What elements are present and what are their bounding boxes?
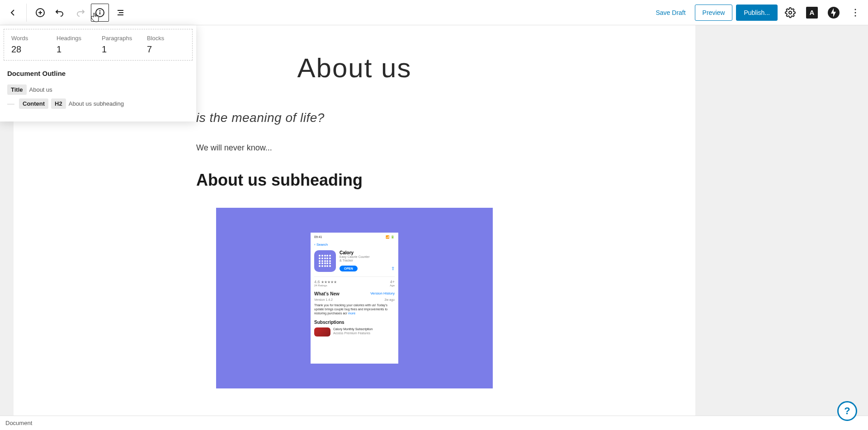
svg-point-5 bbox=[100, 10, 100, 11]
add-block-button[interactable] bbox=[31, 4, 49, 22]
post-content: is the meaning of life? We will never kn… bbox=[187, 111, 522, 388]
gear-icon bbox=[785, 7, 796, 18]
stat-blocks: Blocks 7 bbox=[143, 35, 189, 55]
toolbar-right-group: Save Draft Preview Publish... A bbox=[650, 4, 864, 22]
h2-badge: H2 bbox=[51, 98, 66, 109]
block-navigation-button[interactable] bbox=[111, 4, 129, 22]
editor-toolbar: Save Draft Preview Publish... A bbox=[0, 0, 868, 25]
plus-circle-icon bbox=[35, 7, 46, 18]
app-header: Calory Easy Calorie Counter & Tracker OP… bbox=[314, 250, 395, 272]
version-row: Version 1.4.2 2w ago bbox=[314, 298, 395, 301]
headings-value: 1 bbox=[57, 44, 94, 55]
rating-value: 4.6 bbox=[314, 280, 320, 284]
stat-paragraphs: Paragraphs 1 bbox=[98, 35, 143, 55]
publish-button[interactable]: Publish... bbox=[736, 5, 778, 21]
subscription-desc: Access Premium Features bbox=[333, 332, 373, 335]
settings-button[interactable] bbox=[781, 4, 799, 22]
words-label: Words bbox=[11, 35, 49, 42]
app-info: Calory Easy Calorie Counter & Tracker OP… bbox=[340, 250, 395, 272]
outline-tree-line: — bbox=[7, 100, 14, 108]
text-settings-button[interactable]: A bbox=[803, 4, 821, 22]
redo-button[interactable] bbox=[71, 4, 89, 22]
app-desc-line2: & Tracker bbox=[340, 259, 395, 262]
rating-row: 4.6 ★★★★★ 24 Ratings 4+ Age bbox=[314, 276, 395, 287]
undo-icon bbox=[55, 7, 66, 18]
back-button[interactable] bbox=[4, 4, 22, 22]
subscription-name: Calory Monthly Subscription bbox=[333, 327, 373, 331]
stat-headings: Headings 1 bbox=[53, 35, 98, 55]
document-outline: Document Outline Title About us — Conten… bbox=[0, 64, 196, 122]
undo-button[interactable] bbox=[51, 4, 69, 22]
dots-vertical-icon bbox=[850, 7, 861, 18]
phone-status-bar: 09:41 📶 🔋 bbox=[314, 235, 395, 239]
content-info-button[interactable] bbox=[91, 4, 109, 22]
jetpack-icon bbox=[828, 7, 840, 19]
save-draft-button[interactable]: Save Draft bbox=[650, 5, 691, 20]
blocks-value: 7 bbox=[147, 44, 185, 55]
svg-point-12 bbox=[855, 15, 856, 16]
whats-new-label: What's New bbox=[314, 291, 340, 296]
quote-block[interactable]: is the meaning of life? bbox=[196, 111, 513, 125]
redo-icon bbox=[75, 7, 85, 18]
title-text: About us bbox=[29, 86, 52, 93]
content-info-popover: Words 28 Headings 1 Paragraphs 1 Blocks … bbox=[0, 25, 196, 122]
app-name: Calory bbox=[340, 250, 395, 255]
svg-point-10 bbox=[855, 9, 856, 10]
bottom-breadcrumb-bar: Document bbox=[0, 416, 868, 430]
help-button[interactable]: ? bbox=[837, 401, 857, 421]
breadcrumb-document[interactable]: Document bbox=[5, 420, 32, 426]
whats-new-row: What's New Version History bbox=[314, 291, 395, 296]
info-icon bbox=[94, 7, 105, 18]
help-icon: ? bbox=[844, 405, 850, 417]
version-history-link: Version History bbox=[370, 291, 395, 296]
title-badge: Title bbox=[7, 84, 27, 95]
outline-heading: Document Outline bbox=[7, 70, 189, 77]
subscription-icon bbox=[314, 327, 330, 337]
svg-point-9 bbox=[789, 11, 792, 14]
subscription-item: Calory Monthly Subscription Access Premi… bbox=[314, 327, 395, 337]
phone-time: 09:41 bbox=[314, 235, 322, 239]
words-value: 28 bbox=[11, 44, 49, 55]
phone-mockup: 09:41 📶 🔋 ‹ Search Calory Easy Calorie C… bbox=[311, 233, 398, 364]
ratings-count: 24 Ratings bbox=[314, 284, 337, 287]
content-badge: Content bbox=[19, 98, 48, 109]
svg-point-11 bbox=[855, 12, 856, 13]
stats-row: Words 28 Headings 1 Paragraphs 1 Blocks … bbox=[4, 29, 193, 61]
outline-h2-item[interactable]: — Content H2 About us subheading bbox=[7, 98, 189, 109]
stat-words: Words 28 bbox=[8, 35, 53, 55]
heading-block[interactable]: About us subheading bbox=[196, 171, 513, 190]
image-container: 09:41 📶 🔋 ‹ Search Calory Easy Calorie C… bbox=[216, 208, 493, 388]
phone-signal-icons: 📶 🔋 bbox=[386, 235, 395, 239]
blocks-label: Blocks bbox=[147, 35, 185, 42]
outline-title-item[interactable]: Title About us bbox=[7, 84, 189, 95]
divider bbox=[26, 4, 27, 22]
paragraphs-value: 1 bbox=[102, 44, 140, 55]
list-icon bbox=[114, 7, 125, 18]
more-options-button[interactable] bbox=[846, 4, 864, 22]
jetpack-button[interactable] bbox=[825, 4, 843, 22]
paragraphs-label: Paragraphs bbox=[102, 35, 140, 42]
preview-button[interactable]: Preview bbox=[695, 5, 733, 21]
star-icons: ★★★★★ bbox=[321, 280, 337, 284]
app-desc-line1: Easy Calorie Counter bbox=[340, 255, 395, 259]
h2-text: About us subheading bbox=[69, 100, 124, 107]
chevron-left-icon bbox=[7, 7, 18, 18]
age-label: Age bbox=[390, 284, 395, 287]
paragraph-block[interactable]: We will never know... bbox=[196, 143, 513, 153]
open-button: OPEN bbox=[340, 266, 358, 271]
version-number: Version 1.4.2 bbox=[314, 298, 333, 301]
update-description: Thank you for tracking your calories wit… bbox=[314, 303, 395, 315]
subscriptions-heading: Subscriptions bbox=[314, 320, 395, 325]
time-ago: 2w ago bbox=[384, 298, 395, 301]
image-block[interactable]: 09:41 📶 🔋 ‹ Search Calory Easy Calorie C… bbox=[196, 208, 513, 388]
share-icon: ⇧ bbox=[391, 266, 395, 271]
subscription-text: Calory Monthly Subscription Access Premi… bbox=[333, 327, 373, 337]
more-link: more bbox=[348, 312, 355, 315]
headings-label: Headings bbox=[57, 35, 94, 42]
age-rating: 4+ bbox=[390, 280, 395, 284]
text-a-icon: A bbox=[806, 7, 818, 19]
toolbar-left-group bbox=[4, 4, 129, 22]
phone-back-search: ‹ Search bbox=[314, 243, 395, 247]
app-icon bbox=[314, 250, 336, 272]
